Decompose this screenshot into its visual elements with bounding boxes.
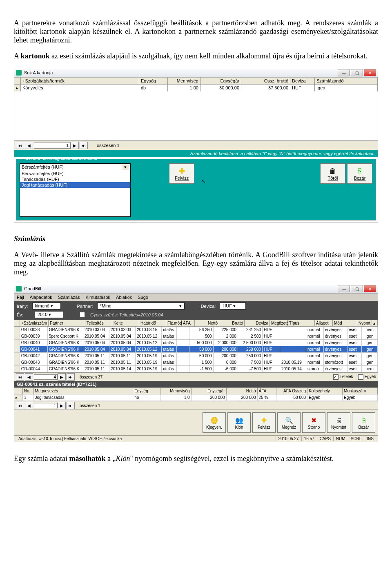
kjegyen-button[interactable]: 🪙Kjegyen. <box>203 412 226 433</box>
column-header[interactable]: Nettó <box>195 320 219 327</box>
add-services-panel: Hozzáadható szolgáltatások/termékek Bérs… <box>16 159 376 220</box>
detail-row[interactable]: ▸ 1 Jogi tanácsadás hó 1,0 200 000 200 0… <box>14 394 378 401</box>
combo-option[interactable]: Jogi tanácsadás (HUF) <box>20 182 130 188</box>
chevron-down-icon[interactable]: ▾ <box>122 165 129 170</box>
maximize-button[interactable]: ▢ <box>351 69 363 76</box>
nav-record-input[interactable]: 1 <box>34 142 71 149</box>
clone-icon: 👥 <box>235 416 243 425</box>
cancel-icon: ✖ <box>311 416 316 425</box>
nav-prev-icon[interactable]: ◀ <box>25 373 33 381</box>
window-title: GoodBill <box>24 286 41 291</box>
print-button[interactable]: 🖨Nyomtat <box>327 412 350 433</box>
column-header[interactable]: Állapot <box>315 320 333 327</box>
menu-item[interactable]: Alapadatok <box>30 295 52 300</box>
column-header[interactable]: Bruttó <box>219 320 245 327</box>
minimize-button[interactable]: — <box>338 69 350 76</box>
close-button[interactable]: ⎘Bezár <box>352 412 375 433</box>
menu-item[interactable]: Fájl <box>17 295 24 300</box>
column-header[interactable]: Mód <box>333 320 357 327</box>
service-combobox[interactable]: Bérszámfejtés (HUF)▾ Bérszámfejtés (HUF)… <box>20 163 131 217</box>
column-header[interactable]: Deviza <box>245 320 270 327</box>
status-caps: CAPS <box>317 436 333 441</box>
invoice-row[interactable]: GB-000395perc Csoport K2010.05.042010.05… <box>14 333 378 340</box>
exit-icon: ⎘ <box>354 167 365 176</box>
row-selector-icon[interactable]: ▸ <box>14 85 21 91</box>
year-select[interactable]: 2010 ▾ <box>35 311 63 318</box>
column-header[interactable]: Megfizetés <box>270 320 288 327</box>
column-header[interactable]: Partner <box>49 320 85 327</box>
detail-grid-header: No. Megnevezés Egység Mennyiség Egységár… <box>14 387 378 394</box>
menu-item[interactable]: Számlázás <box>58 295 80 300</box>
nav-next-icon[interactable]: ▶ <box>71 142 79 149</box>
menu-item[interactable]: Ablakok <box>116 295 132 300</box>
close-button[interactable]: ✕ <box>364 69 376 76</box>
intro-para-1: A partnerekre vonatkozó számlázással öss… <box>14 19 378 45</box>
menu-item[interactable]: Súgó <box>138 295 148 300</box>
view-button[interactable]: 🔍Megnéz <box>277 412 301 433</box>
closing-para: Egy számla adatai másolhatók a „Klón" ny… <box>14 454 378 463</box>
column-header[interactable]: Határidő <box>139 320 166 327</box>
minimize-button[interactable]: — <box>338 285 350 292</box>
close-button[interactable]: ✕ <box>364 285 376 292</box>
filter-bar: Irány: kimenő ▾ Partner: *Mind ▾ Deviza:… <box>14 301 378 311</box>
nav-last-icon[interactable]: ⏭ <box>67 373 75 381</box>
show-items-checkbox[interactable] <box>333 374 339 380</box>
grid-header: +Szolgáltatás/termék Egység Mennyiség Eg… <box>14 78 378 85</box>
app-icon <box>16 286 22 292</box>
invoice-row[interactable]: GB-00043GRADIENS'96 K2010.05.112010.05.1… <box>14 359 378 366</box>
goodbill-window: GoodBill — ▢ ✕ Fájl Alapadatok Számlázás… <box>14 284 378 442</box>
invoice-row[interactable]: ▸GB-00041GRADIENS'96 K2010.05.042010.05.… <box>14 346 378 353</box>
combo-option[interactable]: Bérszámfejtés (HUF) <box>20 171 130 176</box>
storno-button[interactable]: ✖Storno <box>302 412 325 433</box>
record-navigator: ⏮ ◀ 1 ▶ ⏭ összesen 1 <box>14 140 378 150</box>
nav-first-icon[interactable]: ⏮ <box>16 402 24 409</box>
titlebar: GoodBill — ▢ ✕ <box>14 284 378 294</box>
column-header[interactable]: ÁFA <box>182 320 195 327</box>
nav-next-icon[interactable]: ▶ <box>58 373 66 381</box>
column-header[interactable]: Teljesítés <box>85 320 112 327</box>
combo-option[interactable]: Tanácsadás (HUF) <box>20 176 130 182</box>
add-button[interactable]: ✚ Felvisz <box>169 163 194 184</box>
nav-total: összesen 1 <box>97 143 120 148</box>
column-header[interactable]: Nyomt. <box>357 320 372 327</box>
nav-first-icon[interactable]: ⏮ <box>16 373 24 381</box>
nav-total: összesen 1 <box>80 403 100 408</box>
detail-header: GB-00041 sz. számla tételei (ID=7231) <box>14 381 378 387</box>
nav-prev-icon[interactable]: ◀ <box>25 142 33 149</box>
invoice-row[interactable]: GR-00044GRADIENS'96 K2010.05.112010.05.1… <box>14 366 378 372</box>
direction-select[interactable]: kimenő ▾ <box>32 303 61 309</box>
nav-next-icon[interactable]: ▶ <box>58 402 66 409</box>
grid-row[interactable]: ▸ Könyvelés db 1,00 30 000,00 37 500,00 … <box>14 85 378 91</box>
column-header[interactable]: Típus <box>288 320 315 327</box>
section-heading: Számlázás <box>14 235 378 243</box>
quick-filter-checkbox[interactable] <box>80 312 85 317</box>
invoice-row[interactable]: GB-00042GRADIENS'96 K2010.05.112010.05.1… <box>14 353 378 359</box>
invoice-row[interactable]: GB-00040GRADIENS'96 K2010.05.042010.05.0… <box>14 340 378 346</box>
status-db: Adatbázis: ws10.Toncsi | Felhasználó: WI… <box>16 436 276 441</box>
record-navigator: ⏮ ◀ 4 ▶ ⏭ összesen 37 Tételek Egyéb <box>14 372 378 381</box>
clone-button[interactable]: 👥Klón <box>227 412 251 433</box>
nav-record-input[interactable]: 1 <box>34 403 58 408</box>
maximize-button[interactable]: ▢ <box>351 285 363 292</box>
nav-record-input[interactable]: 4 <box>34 374 58 380</box>
close-panel-button[interactable]: ⎘ Bezár <box>347 163 372 184</box>
nav-first-icon[interactable]: ⏮ <box>16 142 24 149</box>
currency-select[interactable]: HUF ▾ <box>220 303 246 309</box>
nav-prev-icon[interactable]: ◀ <box>25 402 33 409</box>
invoice-row[interactable]: GB-00038GRADIENS'96 K2010.03.032010.03.0… <box>14 327 378 333</box>
app-icon <box>16 70 22 76</box>
column-header[interactable]: Fiz.mód <box>166 320 182 327</box>
trash-icon: 🗑 <box>327 167 338 176</box>
coin-icon: 🪙 <box>210 416 218 425</box>
printer-icon: 🖨 <box>336 416 342 425</box>
add-button[interactable]: ✚Felvisz <box>252 412 276 433</box>
menu-item[interactable]: Kimutatások <box>86 295 111 300</box>
column-header[interactable]: Kelte <box>112 320 139 327</box>
partner-select[interactable]: *Mind ▾ <box>97 303 185 309</box>
show-other-checkbox[interactable] <box>358 374 363 380</box>
delete-button[interactable]: 🗑 Töröl <box>320 163 345 184</box>
nav-last-icon[interactable]: ⏭ <box>80 142 88 149</box>
column-header[interactable]: +Számlaszám <box>20 320 49 327</box>
section-para: A Vevő- illetve a Szállító számlák megte… <box>14 251 378 276</box>
nav-last-icon[interactable]: ⏭ <box>67 402 75 409</box>
